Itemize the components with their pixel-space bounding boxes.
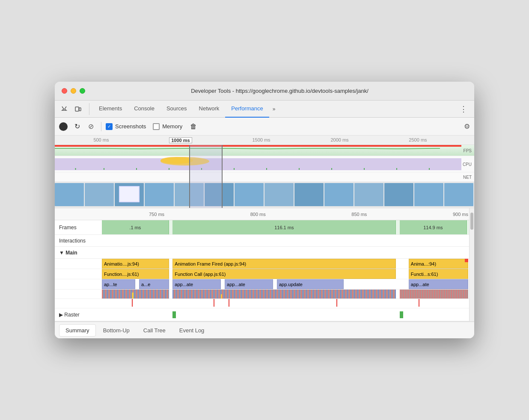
overview-panel: 500 ms 1000 ms 1500 ms 2000 ms 2500 ms F… [55,136,474,208]
frames-row: Frames .1 ms 116.1 ms 114.9 ms [55,220,474,235]
fps-red-bar [55,145,461,147]
tab-menu-icon[interactable]: ⋮ [456,101,471,118]
flame-row-4 [55,290,474,299]
frame-segment-3[interactable]: 114.9 ms [400,220,467,234]
flame-red-corner [465,259,468,262]
screenshots-checkbox[interactable]: ✓ [106,123,113,130]
flame-row-5 [55,299,474,308]
detail-ruler-900: 900 ms [453,212,468,217]
flame-app-2[interactable]: a...e [139,279,169,289]
tab-sources[interactable]: Sources [160,101,193,118]
tab-call-tree[interactable]: Call Tree [137,324,172,337]
svg-rect-21 [120,187,139,201]
svg-rect-30 [384,183,413,206]
record-button[interactable] [59,122,68,131]
memory-checkbox-group: Memory [153,123,182,130]
red-spike-5 [419,299,419,307]
main-label: ▼ Main [59,250,77,256]
ruler-mark-500: 500 ms [93,137,109,143]
cpu-label: CPU [463,162,472,166]
ruler-mark-2000: 2000 ms [330,137,348,143]
screenshots-checkbox-group: ✓ Screenshots [106,123,146,130]
flame-row-5-content [102,299,474,308]
memory-label: Memory [162,123,182,130]
reload-button[interactable]: ↻ [71,121,83,133]
flame-app-5[interactable]: app.update [277,279,344,289]
detail-ruler-800: 800 ms [250,212,266,217]
frame-segment-1[interactable]: .1 ms [102,220,169,234]
scrollbar-thumb[interactable] [470,213,473,230]
minimize-button[interactable] [71,88,76,94]
flame-func-1[interactable]: Function....js:61) [102,269,169,279]
tab-elements[interactable]: Elements [93,101,128,118]
flame-row-1: Animatio....js:94) Animation Frame Fired… [55,259,474,269]
yellow-spike-1 [132,293,134,299]
svg-rect-8 [169,168,169,170]
svg-rect-0 [75,107,79,111]
flame-row-4-content [102,290,474,299]
frame-segment-2[interactable]: 116.1 ms [172,220,396,234]
tab-bottom-up[interactable]: Bottom-Up [97,324,136,337]
svg-rect-16 [429,168,430,170]
svg-rect-5 [75,168,76,170]
raster-content [102,308,474,321]
svg-rect-18 [85,183,114,206]
flame-app-3[interactable]: app...ate [172,279,221,289]
tab-console[interactable]: Console [128,101,160,118]
frames-content: .1 ms 116.1 ms 114.9 ms [102,220,474,234]
flame-anim-2[interactable]: Animation Frame Fired (app.js:94) [172,259,396,269]
flame-row-2-content: Function....js:61) Function Call (app.js… [102,269,474,279]
svg-point-4 [160,157,209,166]
bottom-tabs: Summary Bottom-Up Call Tree Event Log [55,321,474,338]
scrollbar[interactable] [469,208,474,321]
tab-event-log[interactable]: Event Log [173,324,211,337]
ruler-mark-1500: 1500 ms [252,137,270,143]
interactions-label: Interactions [55,238,102,244]
memory-checkbox[interactable] [153,123,160,130]
svg-rect-14 [364,168,365,170]
screenshots-label: Screenshots [115,123,146,130]
main-section-header[interactable]: ▼ Main [55,247,474,259]
svg-rect-6 [104,168,104,170]
flame-anim-1[interactable]: Animatio....js:94) [102,259,169,269]
clear-button[interactable]: ⊘ [85,121,97,133]
flame-app-4[interactable]: app...ate [225,279,273,289]
svg-rect-7 [136,168,137,170]
maximize-button[interactable] [80,88,85,94]
raster-label[interactable]: ▶ Raster [55,312,102,318]
red-spike-2 [214,299,214,307]
fps-label: FPS [464,148,472,153]
flame-func-3[interactable]: Functi...s:61) [409,269,468,279]
svg-rect-27 [294,183,324,206]
ruler-mark-1000: 1000 ms [169,137,192,143]
flame-func-2[interactable]: Function Call (app.js:61) [172,269,396,279]
screenshots-filmstrip [55,182,474,207]
toolbar: ↻ ⊘ ✓ Screenshots Memory 🗑 ⚙ [55,118,474,136]
svg-rect-28 [324,183,354,206]
flame-anim-3[interactable]: Anima...:94) [409,259,468,269]
tab-summary[interactable]: Summary [59,324,96,337]
flame-app-1[interactable]: ap...te [102,279,135,289]
raster-block-2 [400,311,403,318]
tab-more[interactable]: » [269,101,279,118]
flame-multi-2 [172,290,396,299]
trash-button[interactable]: 🗑 [187,121,199,133]
red-spike-3 [229,299,229,307]
ruler-mark-2500: 2500 ms [409,137,427,143]
red-spike-1 [132,299,133,307]
settings-button[interactable]: ⚙ [464,122,470,130]
raster-row: ▶ Raster [55,308,474,321]
yellow-spike-2 [221,294,222,299]
detail-ruler-750: 750 ms [149,212,164,217]
svg-rect-24 [205,183,234,206]
tab-performance[interactable]: Performance [225,101,269,118]
close-button[interactable] [62,88,67,94]
fps-overview: FPS [55,145,474,156]
frames-label: Frames [55,225,102,231]
cpu-overview: CPU [55,156,474,172]
inspect-icon[interactable] [58,103,70,115]
flame-app-6[interactable]: app...ate [409,279,468,289]
tab-network[interactable]: Network [193,101,226,118]
device-icon[interactable] [72,103,84,115]
titlebar: Developer Tools - https://googlechrome.g… [55,82,474,101]
